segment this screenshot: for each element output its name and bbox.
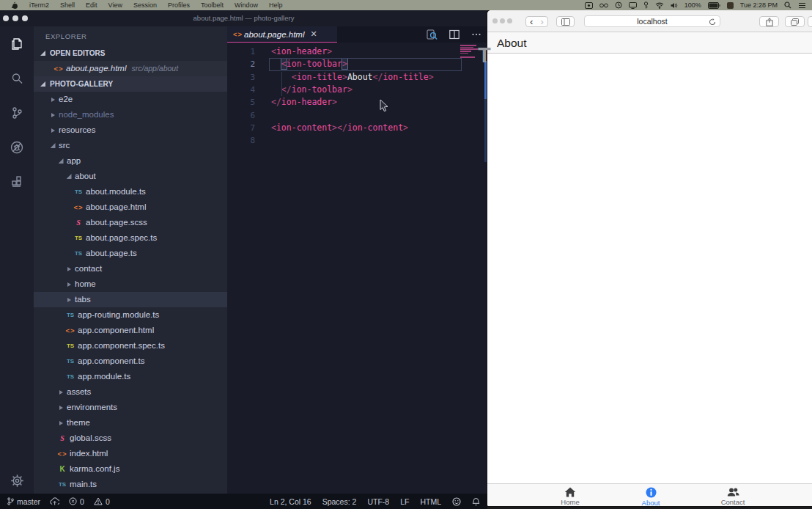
- publish-changes-icon[interactable]: [50, 497, 59, 506]
- forward-button[interactable]: ›: [537, 17, 548, 26]
- code-line-7[interactable]: 7<ion-content></ion-content>: [227, 122, 487, 134]
- tree-item-tabs[interactable]: tabs: [34, 292, 227, 307]
- tree-item-src[interactable]: src: [34, 138, 227, 153]
- menu-window[interactable]: Window: [235, 1, 258, 9]
- menu-iterm2[interactable]: iTerm2: [29, 1, 49, 9]
- menu-profiles[interactable]: Profiles: [168, 1, 190, 9]
- project-section-header[interactable]: PHOTO-GALLERY: [34, 76, 227, 92]
- tab-about[interactable]: About: [618, 484, 684, 506]
- vscode-titlebar[interactable]: about.page.html — photo-gallery: [0, 10, 487, 26]
- settings-gear-icon[interactable]: [0, 474, 34, 488]
- vpn-key-icon[interactable]: [643, 1, 649, 9]
- menu-session[interactable]: Session: [133, 1, 157, 9]
- close-window-button[interactable]: [3, 15, 9, 21]
- tree-item-karma.conf.js[interactable]: Kkarma.conf.js: [34, 461, 227, 477]
- tree-item-app.component.spec.ts[interactable]: TSapp.component.spec.ts: [34, 338, 227, 354]
- notification-center-icon[interactable]: [798, 2, 806, 9]
- tree-item-about[interactable]: about: [34, 169, 227, 184]
- tree-item-app-routing.module.ts[interactable]: TSapp-routing.module.ts: [34, 307, 227, 323]
- close-window-button[interactable]: [492, 18, 498, 23]
- time-machine-icon[interactable]: [615, 1, 622, 9]
- code-line-5[interactable]: 5</ion-header>: [227, 96, 487, 109]
- more-actions-icon[interactable]: [471, 29, 481, 40]
- tree-item-about.module.ts[interactable]: TSabout.module.ts: [34, 184, 227, 199]
- zoom-window-button[interactable]: [507, 18, 512, 23]
- screen-recording-icon[interactable]: [585, 2, 593, 9]
- new-tab-button[interactable]: +: [808, 16, 812, 27]
- reload-icon[interactable]: [709, 18, 716, 26]
- tree-item-assets[interactable]: assets: [34, 384, 227, 400]
- code-line-3[interactable]: 3 <ion-title>About</ion-title>: [227, 71, 487, 84]
- errors-indicator[interactable]: 0: [69, 497, 84, 506]
- tree-item-about.page.spec.ts[interactable]: TSabout.page.spec.ts: [34, 230, 227, 246]
- sidebar-toggle-button[interactable]: [556, 16, 575, 27]
- tree-item-environments[interactable]: environments: [34, 400, 227, 415]
- tree-item-global.scss[interactable]: Sglobal.scss: [34, 431, 227, 446]
- code-line-1[interactable]: 1<ion-header>: [227, 45, 487, 58]
- source-control-icon[interactable]: [0, 95, 34, 130]
- menu-view[interactable]: View: [108, 1, 122, 9]
- tree-item-resources[interactable]: resources: [34, 122, 227, 138]
- back-button[interactable]: ‹: [526, 17, 537, 26]
- git-branch-indicator[interactable]: master: [7, 497, 40, 506]
- tree-item-app.module.ts[interactable]: TSapp.module.ts: [34, 369, 227, 384]
- tab-contact[interactable]: Contact: [700, 484, 766, 506]
- open-editors-header[interactable]: OPEN EDITORS: [34, 45, 227, 61]
- tab-home[interactable]: Home: [537, 484, 603, 506]
- minimize-window-button[interactable]: [500, 18, 505, 23]
- minimize-window-button[interactable]: [12, 15, 18, 21]
- volume-icon[interactable]: [671, 2, 678, 9]
- tree-item-about.page.ts[interactable]: TSabout.page.ts: [34, 246, 227, 261]
- tree-item-main.ts[interactable]: TSmain.ts: [34, 477, 227, 492]
- input-menu-icon[interactable]: [727, 2, 734, 9]
- tree-item-app[interactable]: app: [34, 153, 227, 169]
- eol[interactable]: LF: [400, 497, 409, 506]
- minimap[interactable]: [460, 45, 478, 59]
- indentation[interactable]: Spaces: 2: [322, 497, 357, 506]
- tree-item-about.page.html[interactable]: <>about.page.html: [34, 199, 227, 215]
- extensions-icon[interactable]: [0, 164, 34, 199]
- tree-item-app.component.ts[interactable]: TSapp.component.ts: [34, 354, 227, 369]
- code-line-2[interactable]: 2 <ion-toolbar>: [227, 58, 487, 70]
- share-button[interactable]: [759, 16, 779, 27]
- close-tab-icon[interactable]: ✕: [310, 29, 317, 39]
- glasses-icon[interactable]: [599, 2, 608, 8]
- wifi-icon[interactable]: [655, 2, 664, 9]
- feedback-smiley-icon[interactable]: [452, 497, 461, 506]
- zoom-window-button[interactable]: [22, 15, 28, 21]
- open-editor-item[interactable]: <> about.page.html src/app/about: [34, 61, 227, 76]
- tree-item-about.page.scss[interactable]: Sabout.page.scss: [34, 215, 227, 230]
- encoding[interactable]: UTF-8: [367, 497, 389, 506]
- tree-item-contact[interactable]: contact: [34, 261, 227, 277]
- code-line-4[interactable]: 4 </ion-toolbar>: [227, 84, 487, 96]
- menu-shell[interactable]: Shell: [60, 1, 75, 9]
- tab-overview-button[interactable]: [785, 16, 805, 27]
- tree-item-e2e[interactable]: e2e: [34, 92, 227, 107]
- spotlight-icon[interactable]: [784, 1, 791, 9]
- tree-item-node_modules[interactable]: node_modules: [34, 107, 227, 122]
- tree-item-app.component.html[interactable]: <>app.component.html: [34, 323, 227, 338]
- code-editor[interactable]: 1<ion-header>2 <ion-toolbar>3 <ion-title…: [227, 43, 487, 494]
- tree-item-home[interactable]: home: [34, 277, 227, 292]
- explorer-icon[interactable]: [0, 26, 34, 61]
- tree-item-theme[interactable]: theme: [34, 415, 227, 431]
- editor-tab-about-page-html[interactable]: <> about.page.html ✕: [227, 26, 337, 43]
- warnings-indicator[interactable]: 0: [94, 497, 110, 506]
- language-mode[interactable]: HTML: [420, 497, 441, 506]
- menu-toolbelt[interactable]: Toolbelt: [201, 1, 224, 9]
- cursor-position[interactable]: Ln 2, Col 16: [270, 497, 311, 506]
- notifications-bell-icon[interactable]: [472, 497, 480, 506]
- debug-icon[interactable]: [0, 130, 34, 164]
- code-line-6[interactable]: 6: [227, 109, 487, 122]
- code-line-8[interactable]: 8: [227, 134, 487, 147]
- address-bar[interactable]: localhost: [584, 15, 720, 27]
- apple-logo-icon[interactable]: [12, 1, 18, 10]
- open-search-icon[interactable]: [427, 29, 438, 40]
- tree-item-index.html[interactable]: <>index.html: [34, 446, 227, 461]
- search-icon[interactable]: [0, 61, 34, 95]
- menubar-clock[interactable]: Tue 2:28 PM: [740, 1, 778, 9]
- menu-edit[interactable]: Edit: [86, 1, 97, 9]
- split-editor-icon[interactable]: [449, 29, 459, 40]
- display-icon[interactable]: [629, 2, 637, 9]
- menu-help[interactable]: Help: [269, 1, 283, 9]
